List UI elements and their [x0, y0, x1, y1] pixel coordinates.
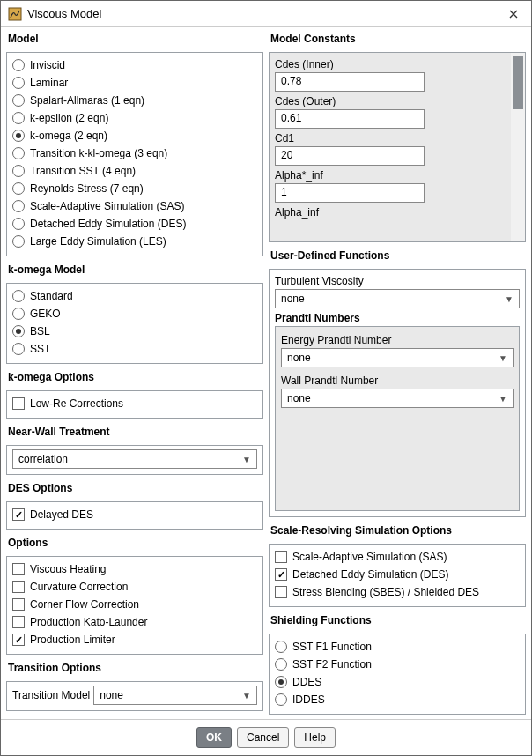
komega-model-option[interactable]: Standard: [12, 287, 257, 305]
option-checkbox[interactable]: [12, 634, 25, 646]
wall-prandtl-label: Wall Prandtl Number: [281, 373, 514, 389]
turb-visc-select[interactable]: none ▼: [275, 289, 520, 308]
near-wall-select[interactable]: correlation ▼: [12, 449, 257, 469]
model-constant-input[interactable]: 1: [275, 183, 425, 203]
model-radio[interactable]: [12, 147, 25, 159]
model-label: Reynolds Stress (7 eqn): [30, 182, 144, 196]
des-options-title: DES Options: [6, 480, 263, 496]
model-label: k-omega (2 eqn): [30, 129, 107, 143]
model-radio[interactable]: [12, 218, 25, 230]
model-label: Laminar: [30, 76, 68, 90]
viscous-model-dialog: Viscous Model Model InviscidLaminarSpala…: [0, 0, 532, 756]
option-checkbox[interactable]: [12, 563, 25, 575]
energy-prandtl-select[interactable]: none ▼: [281, 348, 514, 367]
komega-model-option[interactable]: GEKO: [12, 305, 257, 322]
cancel-button[interactable]: Cancel: [237, 727, 289, 748]
komega-model-radio[interactable]: [12, 290, 25, 302]
model-option[interactable]: Spalart-Allmaras (1 eqn): [12, 92, 257, 109]
transition-model-select[interactable]: none ▼: [93, 686, 257, 705]
srs-option-checkbox[interactable]: [275, 586, 287, 598]
shielding-radio[interactable]: [275, 693, 287, 706]
close-button[interactable]: [503, 4, 524, 25]
komega-model-option[interactable]: BSL: [12, 322, 257, 340]
model-option[interactable]: Transition SST (4 eqn): [12, 162, 257, 180]
komega-model-option[interactable]: SST: [12, 340, 257, 358]
model-constant-input[interactable]: 0.61: [275, 109, 425, 129]
ok-button[interactable]: OK: [196, 727, 232, 748]
wall-prandtl-value: none: [287, 392, 311, 404]
srs-option-row[interactable]: Detached Eddy Simulation (DES): [275, 566, 520, 583]
komega-options-panel: Low-Re Corrections: [6, 390, 263, 419]
model-option[interactable]: Transition k-kl-omega (3 eqn): [12, 145, 257, 162]
option-row[interactable]: Production Limiter: [12, 631, 257, 649]
model-radio[interactable]: [12, 182, 25, 195]
srs-option-row[interactable]: Scale-Adaptive Simulation (SAS): [275, 548, 520, 566]
model-radio[interactable]: [12, 59, 25, 71]
model-radio[interactable]: [12, 112, 25, 124]
help-button[interactable]: Help: [294, 727, 336, 748]
delayed-des-row[interactable]: Delayed DES: [12, 506, 257, 523]
srs-option-checkbox[interactable]: [275, 568, 287, 581]
shielding-option[interactable]: DDES: [275, 673, 520, 691]
model-radio[interactable]: [12, 94, 25, 107]
model-radio[interactable]: [12, 200, 25, 212]
model-option[interactable]: Laminar: [12, 74, 257, 92]
udf-panel: Turbulent Viscosity none ▼ Prandtl Numbe…: [269, 269, 526, 517]
srs-option-row[interactable]: Stress Blending (SBES) / Shielded DES: [275, 583, 520, 601]
komega-model-radio[interactable]: [12, 343, 25, 355]
komega-model-label: GEKO: [30, 307, 61, 321]
model-option[interactable]: Detached Eddy Simulation (DES): [12, 215, 257, 233]
model-constant-input[interactable]: 0.78: [275, 72, 425, 92]
model-option[interactable]: Inviscid: [12, 56, 257, 74]
option-checkbox[interactable]: [12, 616, 25, 628]
model-radio[interactable]: [12, 235, 25, 248]
model-option[interactable]: k-omega (2 eqn): [12, 127, 257, 145]
near-wall-value: correlation: [18, 453, 68, 465]
low-re-corrections-checkbox[interactable]: [12, 397, 25, 410]
energy-prandtl-value: none: [287, 352, 311, 364]
model-option[interactable]: Scale-Adaptive Simulation (SAS): [12, 197, 257, 215]
option-row[interactable]: Corner Flow Correction: [12, 596, 257, 613]
transition-options-panel: Transition Model none ▼: [6, 681, 263, 711]
shielding-option[interactable]: IDDES: [275, 691, 520, 708]
delayed-des-checkbox[interactable]: [12, 508, 25, 521]
left-column: Model InviscidLaminarSpalart-Allmaras (1…: [6, 31, 263, 719]
shielding-radio[interactable]: [275, 641, 287, 653]
prandtl-title: Prandtl Numbers: [275, 308, 520, 324]
option-row[interactable]: Viscous Heating: [12, 560, 257, 578]
prandtl-box: Energy Prandtl Number none ▼ Wall Prandt…: [275, 326, 520, 511]
srs-option-label: Detached Eddy Simulation (DES): [292, 567, 448, 582]
srs-option-checkbox[interactable]: [275, 551, 287, 563]
model-label: Transition SST (4 eqn): [30, 164, 136, 178]
model-option[interactable]: k-epsilon (2 eqn): [12, 109, 257, 127]
model-option[interactable]: Reynolds Stress (7 eqn): [12, 180, 257, 197]
shielding-label: DDES: [292, 675, 321, 689]
model-radio[interactable]: [12, 77, 25, 89]
model-constants-panel: Cdes (Inner)0.78Cdes (Outer)0.61Cd120Alp…: [269, 52, 526, 242]
option-row[interactable]: Curvature Correction: [12, 578, 257, 596]
model-constants-scrollbar[interactable]: [511, 53, 525, 241]
komega-model-label: SST: [30, 342, 50, 356]
shielding-title: Shielding Functions: [269, 612, 526, 628]
shielding-radio[interactable]: [275, 658, 287, 671]
model-option[interactable]: Large Eddy Simulation (LES): [12, 233, 257, 250]
option-checkbox[interactable]: [12, 581, 25, 593]
option-checkbox[interactable]: [12, 598, 25, 611]
model-label: Large Eddy Simulation (LES): [30, 234, 166, 248]
komega-model-radio[interactable]: [12, 325, 25, 337]
low-re-corrections-row[interactable]: Low-Re Corrections: [12, 395, 257, 412]
srs-option-label: Scale-Adaptive Simulation (SAS): [292, 550, 447, 564]
shielding-option[interactable]: SST F1 Function: [275, 638, 520, 656]
scrollbar-thumb[interactable]: [513, 56, 523, 109]
model-radio[interactable]: [12, 130, 25, 142]
wall-prandtl-select[interactable]: none ▼: [281, 389, 514, 408]
option-row[interactable]: Production Kato-Launder: [12, 613, 257, 631]
option-label: Corner Flow Correction: [30, 597, 139, 611]
shielding-radio[interactable]: [275, 676, 287, 688]
komega-model-radio[interactable]: [12, 308, 25, 320]
model-radio[interactable]: [12, 165, 25, 177]
shielding-option[interactable]: SST F2 Function: [275, 656, 520, 673]
model-constant-input[interactable]: 20: [275, 146, 425, 166]
komega-model-panel: StandardGEKOBSLSST: [6, 283, 263, 364]
window-title: Viscous Model: [27, 7, 503, 20]
